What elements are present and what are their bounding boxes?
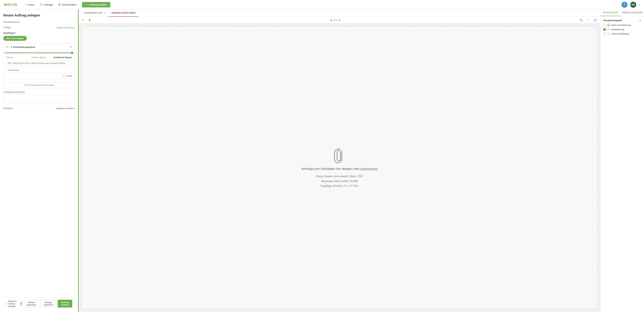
- vorlage-label: Vorlage: [3, 26, 11, 29]
- drop-link[interactable]: durchsuchen: [360, 167, 378, 170]
- vorlage-link[interactable]: Vorlage auswählen: [56, 26, 74, 29]
- tab-formularfelder[interactable]: FORMULARFELDER: [620, 9, 644, 16]
- text-tool-button[interactable]: A: [81, 18, 84, 22]
- tab-agreement[interactable]: AGREEMENT.PDF ✕: [81, 9, 109, 17]
- add-level-button[interactable]: + Entscheidungsebene anlegen: [3, 82, 74, 88]
- slider-labels: Freigabe Einfache Signatur Qualifizierte…: [6, 56, 72, 58]
- right-panel: PLATZHALTER FORMULARFELDER Visualisierun…: [600, 9, 644, 312]
- logo: MO×IS: [4, 2, 17, 7]
- slider-label-einfach: Einfache Signatur: [28, 56, 50, 58]
- an-field: AN:: [6, 61, 72, 66]
- weiterer-label: Weiteren Auftrag anlegen: [8, 300, 19, 308]
- nav-auftraege[interactable]: 📁 Aufträge: [40, 3, 53, 6]
- vis-doc-icon: 📄: [607, 32, 610, 35]
- add-me-button[interactable]: Mich hinzufügen: [3, 36, 27, 41]
- pan-tool-button[interactable]: ✋: [87, 18, 92, 22]
- slider-marker-freigabe[interactable]: [5, 52, 7, 54]
- tab-anhang-label: ANHANG HOCHLADEN: [112, 11, 136, 14]
- tab-agreement-label: AGREEMENT.PDF: [84, 11, 103, 14]
- zoom-in-button[interactable]: 🔎: [593, 18, 598, 22]
- drop-info-line1: Diese Dateien sind erlaubt: Bilder, PDF: [301, 174, 378, 179]
- tab-formularfelder-label: FORMULARFELDER: [622, 11, 643, 14]
- right-tabs: PLATZHALTER FORMULARFELDER: [600, 9, 644, 16]
- new-order-button[interactable]: + + Auftrag anlegen: [82, 2, 110, 7]
- home-icon: ⌂: [26, 3, 27, 6]
- auftragsbeschreibung-input[interactable]: [3, 94, 74, 104]
- vis-section: Visualisierungsart ▲ 🚫 Keine Visualisier…: [600, 16, 644, 39]
- kategorie-select[interactable]: Kategorie wählen ▾: [56, 107, 74, 110]
- tab-platzhalter-label: PLATZHALTER: [603, 11, 618, 14]
- decision-close-button[interactable]: ✕: [70, 46, 72, 48]
- gear-icon: ⚙: [58, 3, 61, 6]
- vis-collapse-button[interactable]: ▲: [639, 19, 641, 22]
- avatar-label: AW: [632, 3, 635, 6]
- vis-option-vis-label: Visualisierung: [611, 28, 624, 31]
- pdf-next-button[interactable]: ▶: [339, 19, 341, 21]
- drop-zone[interactable]: Anhänge zum Hochladen hier ablegen oder …: [81, 26, 598, 309]
- kategorie-chevron: ▾: [74, 107, 74, 110]
- drop-text: Anhänge zum Hochladen hier ablegen oder …: [301, 167, 378, 171]
- pdf-prev-button[interactable]: ◀: [330, 19, 332, 21]
- tab-agreement-close[interactable]: ✕: [104, 12, 106, 14]
- vis-option-keine[interactable]: 🚫 Keine Visualisierung: [603, 24, 641, 26]
- kategorie-label: Kategorie: [3, 107, 13, 109]
- drop-text-main: Anhänge zum Hochladen hier ablegen oder: [301, 167, 360, 170]
- zoom-out-button[interactable]: 🔍: [579, 18, 584, 22]
- slider-marker-einfach[interactable]: [38, 52, 40, 54]
- kategorie-value: Kategorie wählen: [56, 107, 73, 110]
- pdf-toolbar: A ✋ ◀ 1 / 1 ▶ 🔍 ⛶ 🔎: [79, 17, 600, 23]
- vis-checkbox-keine[interactable]: [603, 24, 606, 26]
- pdf-page-display: 1 / 1: [333, 19, 338, 21]
- kategorie-row: Kategorie Kategorie wählen ▾: [3, 107, 74, 110]
- auftragsbeschreibung-label: Auftragsbeschreibung: [3, 91, 74, 93]
- nav-administration[interactable]: ⚙ Administration: [58, 3, 77, 6]
- slider-label-freigabe: Freigabe: [6, 56, 28, 58]
- avatar[interactable]: AW: [630, 2, 636, 8]
- decision-title: 1. Entscheidungsebene: [11, 46, 70, 48]
- anmerkung-input[interactable]: [6, 67, 72, 73]
- vis-option-unterschrift[interactable]: 📄 Unterschriftenblatt: [603, 32, 641, 35]
- process-label: Standardprozess: [3, 21, 74, 23]
- entwurf-button[interactable]: Entwurf speichern: [24, 300, 39, 308]
- nav-auftraege-label: Aufträge: [44, 3, 53, 6]
- page-title: Neuen Auftrag anlegen: [3, 13, 74, 17]
- vis-eye-icon: 👁: [607, 28, 610, 31]
- info-icon[interactable]: i: [20, 302, 22, 305]
- weiterer-checkbox[interactable]: [6, 303, 7, 305]
- vorlage-button[interactable]: Vorlage speichern: [41, 300, 56, 308]
- vis-checkbox-unterschrift[interactable]: [603, 32, 606, 35]
- new-order-plus: +: [85, 3, 86, 6]
- privat-label: privat: [67, 75, 72, 77]
- vis-checkbox-vis[interactable]: ✓: [603, 28, 606, 31]
- drag-dot: [7, 47, 8, 48]
- senden-button[interactable]: Auftrag senden: [58, 300, 72, 308]
- paperclip-icon: [333, 147, 346, 164]
- anmerkung-section: [6, 67, 72, 73]
- new-order-label: + Auftrag anlegen: [88, 3, 107, 6]
- vorlage-row: Vorlage Vorlage auswählen: [3, 26, 74, 29]
- nav-administration-label: Administration: [62, 3, 77, 6]
- drag-handle[interactable]: [6, 46, 9, 48]
- vis-title-label: Visualisierungsart: [603, 19, 622, 22]
- fullscreen-button[interactable]: ⛶: [586, 18, 590, 22]
- vis-option-keine-label: Keine Visualisierung: [611, 24, 631, 26]
- tab-anhang[interactable]: ANHANG HOCHLADEN: [109, 9, 138, 17]
- slider-marker-qualifiziert[interactable]: [71, 52, 73, 54]
- center-panel: AGREEMENT.PDF ✕ ANHANG HOCHLADEN A ✋ ◀ 1…: [79, 9, 600, 312]
- an-label: AN:: [8, 62, 11, 64]
- help-button[interactable]: ?: [622, 2, 628, 8]
- main-layout: Neuen Auftrag anlegen Standardprozess Vo…: [0, 9, 644, 312]
- drag-dot: [8, 46, 9, 47]
- vis-option-vis[interactable]: ✓ 👁 Visualisierung: [603, 28, 641, 31]
- signature-slider[interactable]: Freigabe Einfache Signatur Qualifizierte…: [6, 50, 72, 58]
- bottom-bar: Weiteren Auftrag anlegen i Entwurf speic…: [3, 298, 74, 309]
- tab-platzhalter[interactable]: PLATZHALTER: [600, 9, 620, 16]
- tabs-bar: AGREEMENT.PDF ✕ ANHANG HOCHLADEN: [79, 9, 600, 17]
- slider-label-qualifiziert: Qualifizierte Signatur: [50, 56, 72, 58]
- empfaenger-label: Empfänger*: [3, 32, 74, 34]
- avatar-chevron[interactable]: ▾: [639, 3, 640, 6]
- vis-eye-off-icon: 🚫: [607, 24, 610, 26]
- privat-checkbox[interactable]: [63, 75, 65, 77]
- nav-home[interactable]: ⌂ Home: [26, 3, 34, 6]
- an-input[interactable]: [12, 62, 70, 64]
